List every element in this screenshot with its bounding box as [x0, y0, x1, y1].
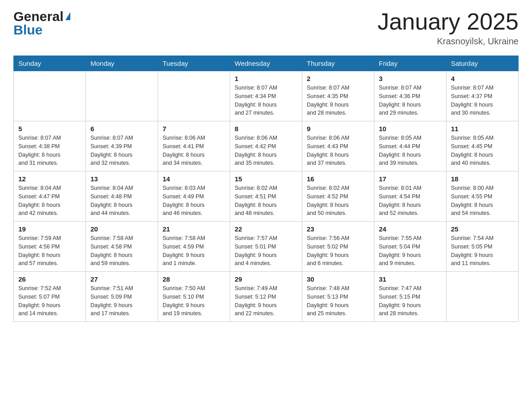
day-info: Sunrise: 8:05 AM Sunset: 4:45 PM Dayligh…	[451, 134, 514, 167]
day-number: 17	[379, 175, 442, 183]
day-info: Sunrise: 7:55 AM Sunset: 5:04 PM Dayligh…	[379, 234, 442, 268]
day-cell: 29Sunrise: 7:49 AM Sunset: 5:12 PM Dayli…	[230, 272, 302, 322]
day-info: Sunrise: 8:05 AM Sunset: 4:44 PM Dayligh…	[379, 134, 442, 167]
day-cell: 14Sunrise: 8:03 AM Sunset: 4:49 PM Dayli…	[158, 171, 230, 222]
week-row-4: 19Sunrise: 7:59 AM Sunset: 4:56 PM Dayli…	[14, 222, 519, 272]
day-info: Sunrise: 8:04 AM Sunset: 4:48 PM Dayligh…	[90, 184, 153, 218]
day-cell: 17Sunrise: 8:01 AM Sunset: 4:54 PM Dayli…	[374, 171, 446, 222]
day-info: Sunrise: 8:06 AM Sunset: 4:43 PM Dayligh…	[307, 134, 369, 167]
day-number: 26	[18, 275, 81, 283]
day-cell: 1Sunrise: 8:07 AM Sunset: 4:34 PM Daylig…	[230, 71, 302, 121]
day-cell: 7Sunrise: 8:06 AM Sunset: 4:41 PM Daylig…	[158, 121, 230, 171]
day-cell: 8Sunrise: 8:06 AM Sunset: 4:42 PM Daylig…	[230, 121, 302, 171]
day-cell	[446, 272, 519, 322]
day-cell: 12Sunrise: 8:04 AM Sunset: 4:47 PM Dayli…	[14, 171, 86, 222]
day-cell: 3Sunrise: 8:07 AM Sunset: 4:36 PM Daylig…	[374, 71, 446, 121]
day-number: 29	[235, 275, 297, 283]
day-info: Sunrise: 8:02 AM Sunset: 4:52 PM Dayligh…	[307, 184, 369, 218]
day-info: Sunrise: 8:03 AM Sunset: 4:49 PM Dayligh…	[163, 184, 225, 218]
day-cell: 28Sunrise: 7:50 AM Sunset: 5:10 PM Dayli…	[158, 272, 230, 322]
day-cell: 15Sunrise: 8:02 AM Sunset: 4:51 PM Dayli…	[230, 171, 302, 222]
week-row-1: 1Sunrise: 8:07 AM Sunset: 4:34 PM Daylig…	[14, 71, 519, 121]
day-number: 9	[307, 125, 369, 133]
day-number: 28	[163, 275, 225, 283]
day-cell: 2Sunrise: 8:07 AM Sunset: 4:35 PM Daylig…	[302, 71, 374, 121]
day-number: 10	[379, 125, 442, 133]
day-info: Sunrise: 7:52 AM Sunset: 5:07 PM Dayligh…	[18, 284, 81, 318]
day-info: Sunrise: 7:48 AM Sunset: 5:13 PM Dayligh…	[307, 284, 369, 318]
week-row-3: 12Sunrise: 8:04 AM Sunset: 4:47 PM Dayli…	[14, 171, 519, 222]
day-number: 12	[18, 175, 81, 183]
column-header-saturday: Saturday	[446, 56, 519, 71]
day-info: Sunrise: 7:58 AM Sunset: 4:59 PM Dayligh…	[163, 234, 225, 268]
day-info: Sunrise: 7:51 AM Sunset: 5:09 PM Dayligh…	[90, 284, 153, 318]
day-info: Sunrise: 8:07 AM Sunset: 4:37 PM Dayligh…	[451, 84, 514, 117]
day-info: Sunrise: 8:07 AM Sunset: 4:36 PM Dayligh…	[379, 84, 442, 117]
day-number: 2	[307, 75, 369, 82]
logo-general-text: General	[13, 9, 64, 24]
day-number: 11	[451, 125, 514, 133]
day-number: 16	[307, 175, 369, 183]
day-cell: 24Sunrise: 7:55 AM Sunset: 5:04 PM Dayli…	[374, 222, 446, 272]
day-info: Sunrise: 8:04 AM Sunset: 4:47 PM Dayligh…	[18, 184, 81, 218]
day-cell: 30Sunrise: 7:48 AM Sunset: 5:13 PM Dayli…	[302, 272, 374, 322]
day-number: 13	[90, 175, 153, 183]
column-header-sunday: Sunday	[14, 56, 86, 71]
day-number: 21	[163, 225, 225, 233]
calendar-table: SundayMondayTuesdayWednesdayThursdayFrid…	[13, 56, 519, 322]
day-number: 31	[379, 275, 442, 283]
day-info: Sunrise: 7:59 AM Sunset: 4:56 PM Dayligh…	[18, 234, 81, 268]
title-block: January 2025 Krasnoyilsk, Ukraine	[378, 9, 519, 47]
column-header-wednesday: Wednesday	[230, 56, 302, 71]
month-title: January 2025	[378, 9, 519, 34]
logo-blue-text: Blue	[13, 22, 43, 38]
header-row: SundayMondayTuesdayWednesdayThursdayFrid…	[14, 56, 519, 71]
day-cell: 27Sunrise: 7:51 AM Sunset: 5:09 PM Dayli…	[86, 272, 158, 322]
column-header-friday: Friday	[374, 56, 446, 71]
day-info: Sunrise: 7:58 AM Sunset: 4:58 PM Dayligh…	[90, 234, 153, 268]
day-number: 27	[90, 275, 153, 283]
day-number: 4	[451, 75, 514, 82]
column-header-monday: Monday	[86, 56, 158, 71]
day-cell: 19Sunrise: 7:59 AM Sunset: 4:56 PM Dayli…	[14, 222, 86, 272]
day-number: 6	[90, 125, 153, 133]
day-cell: 25Sunrise: 7:54 AM Sunset: 5:05 PM Dayli…	[446, 222, 519, 272]
day-number: 7	[163, 125, 225, 133]
day-cell: 26Sunrise: 7:52 AM Sunset: 5:07 PM Dayli…	[14, 272, 86, 322]
day-cell: 20Sunrise: 7:58 AM Sunset: 4:58 PM Dayli…	[86, 222, 158, 272]
day-info: Sunrise: 7:54 AM Sunset: 5:05 PM Dayligh…	[451, 234, 514, 268]
day-info: Sunrise: 7:47 AM Sunset: 5:15 PM Dayligh…	[379, 284, 442, 318]
day-cell: 11Sunrise: 8:05 AM Sunset: 4:45 PM Dayli…	[446, 121, 519, 171]
day-number: 8	[235, 125, 297, 133]
day-cell: 18Sunrise: 8:00 AM Sunset: 4:55 PM Dayli…	[446, 171, 519, 222]
day-info: Sunrise: 8:01 AM Sunset: 4:54 PM Dayligh…	[379, 184, 442, 218]
day-cell	[14, 71, 86, 121]
day-cell: 4Sunrise: 8:07 AM Sunset: 4:37 PM Daylig…	[446, 71, 519, 121]
day-cell: 9Sunrise: 8:06 AM Sunset: 4:43 PM Daylig…	[302, 121, 374, 171]
day-cell: 10Sunrise: 8:05 AM Sunset: 4:44 PM Dayli…	[374, 121, 446, 171]
day-number: 25	[451, 225, 514, 233]
day-number: 18	[451, 175, 514, 183]
location: Krasnoyilsk, Ukraine	[378, 36, 519, 47]
day-info: Sunrise: 8:07 AM Sunset: 4:39 PM Dayligh…	[90, 134, 153, 167]
day-info: Sunrise: 8:06 AM Sunset: 4:42 PM Dayligh…	[235, 134, 297, 167]
logo-triangle-icon	[65, 12, 70, 20]
day-number: 20	[90, 225, 153, 233]
column-header-thursday: Thursday	[302, 56, 374, 71]
day-info: Sunrise: 7:57 AM Sunset: 5:01 PM Dayligh…	[235, 234, 297, 268]
day-cell: 23Sunrise: 7:56 AM Sunset: 5:02 PM Dayli…	[302, 222, 374, 272]
day-info: Sunrise: 8:06 AM Sunset: 4:41 PM Dayligh…	[163, 134, 225, 167]
day-cell: 21Sunrise: 7:58 AM Sunset: 4:59 PM Dayli…	[158, 222, 230, 272]
day-number: 15	[235, 175, 297, 183]
day-cell: 22Sunrise: 7:57 AM Sunset: 5:01 PM Dayli…	[230, 222, 302, 272]
day-number: 14	[163, 175, 225, 183]
day-cell: 6Sunrise: 8:07 AM Sunset: 4:39 PM Daylig…	[86, 121, 158, 171]
day-info: Sunrise: 8:07 AM Sunset: 4:35 PM Dayligh…	[307, 84, 369, 117]
day-info: Sunrise: 8:07 AM Sunset: 4:34 PM Dayligh…	[235, 84, 297, 117]
day-info: Sunrise: 7:50 AM Sunset: 5:10 PM Dayligh…	[163, 284, 225, 318]
day-number: 3	[379, 75, 442, 82]
day-cell	[86, 71, 158, 121]
day-number: 19	[18, 225, 81, 233]
day-number: 30	[307, 275, 369, 283]
day-info: Sunrise: 8:02 AM Sunset: 4:51 PM Dayligh…	[235, 184, 297, 218]
